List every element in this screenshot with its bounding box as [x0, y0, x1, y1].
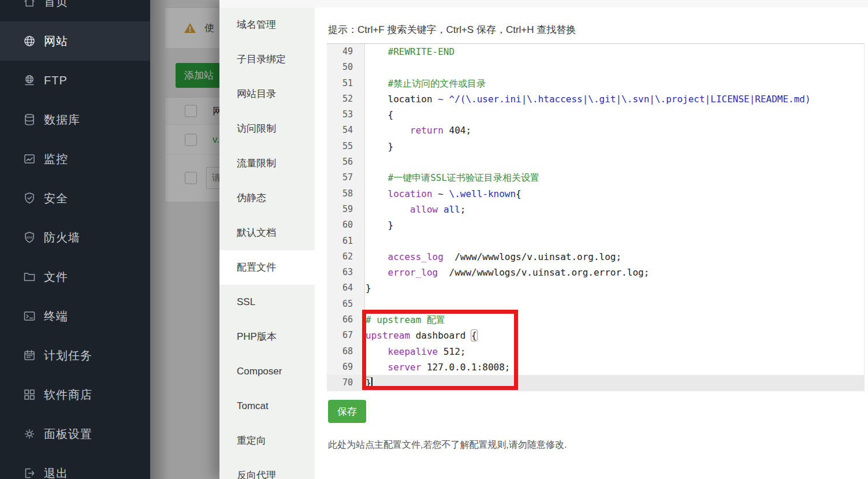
- logout-icon: [22, 466, 37, 479]
- code-line-text: return 404;: [365, 122, 864, 138]
- line-number: 60: [327, 217, 365, 233]
- sidebar-item-label: FTP: [44, 74, 68, 87]
- modal-menu-item-php-version[interactable]: PHP版本: [219, 320, 315, 354]
- code-line[interactable]: 54 return 404;: [327, 122, 864, 138]
- code-line-text: location ~ ^/(\.user.ini|\.htaccess|\.gi…: [365, 91, 864, 107]
- save-button[interactable]: 保存: [328, 400, 366, 423]
- folder-icon: [22, 269, 37, 284]
- code-line-text: {: [365, 107, 864, 122]
- grid-icon: [22, 387, 37, 402]
- sidebar-item-label: 面板设置: [44, 426, 92, 442]
- line-number: 56: [327, 154, 365, 170]
- sidebar-item-firewall[interactable]: WAF防火墙: [0, 218, 150, 257]
- modal-menu-item-subdir[interactable]: 子目录绑定: [219, 42, 315, 77]
- sidebar-item-settings[interactable]: 面板设置: [0, 414, 150, 454]
- modal-menu-item-tomcat[interactable]: Tomcat: [219, 389, 315, 424]
- code-line-text: #REWRITE-END: [365, 44, 864, 60]
- modal-menu-item-composer[interactable]: Composer: [219, 354, 315, 389]
- code-line-text: access_log /www/wwwlogs/v.uinsat.org.log…: [365, 249, 864, 265]
- sidebar-item-site[interactable]: 网站: [0, 21, 150, 61]
- line-number: 61: [327, 233, 365, 249]
- code-line-text: }: [365, 375, 864, 391]
- sidebar-item-terminal[interactable]: 终端: [0, 296, 150, 336]
- line-number: 67: [327, 328, 365, 343]
- code-line[interactable]: 56: [327, 154, 864, 170]
- code-line-text: error_log /www/wwwlogs/v.uinsat.org.erro…: [365, 265, 864, 280]
- modal-menu-item-domain[interactable]: 域名管理: [219, 8, 315, 42]
- line-number: 55: [327, 139, 365, 154]
- code-line[interactable]: 67upstream dashboard {: [327, 328, 864, 343]
- code-line-text: #一键申请SSL证书验证目录相关设置: [365, 170, 864, 185]
- dimmed-page-background: 使 添加站 网 v. 请: [150, 0, 219, 479]
- svg-text:WAF: WAF: [26, 236, 32, 239]
- code-line[interactable]: 60 }: [327, 217, 864, 233]
- code-line-text: keepalive 512;: [365, 344, 864, 359]
- code-line[interactable]: 53 {: [327, 107, 864, 122]
- sidebar-item-appstore[interactable]: 软件商店: [0, 375, 150, 414]
- modal-menu-item-redirect[interactable]: 重定向: [219, 424, 315, 458]
- sidebar-item-ftp[interactable]: FTP: [0, 61, 150, 100]
- line-number: 57: [327, 170, 365, 185]
- modal-backdrop-overlay[interactable]: [150, 0, 219, 479]
- code-line[interactable]: 65: [327, 296, 864, 312]
- code-line[interactable]: 70}: [327, 375, 864, 391]
- code-line[interactable]: 68 keepalive 512;: [327, 344, 864, 359]
- code-line-text: [365, 154, 864, 170]
- code-line[interactable]: 49 #REWRITE-END: [327, 44, 864, 60]
- code-line[interactable]: 61: [327, 233, 864, 249]
- editor-tip: 提示：Ctrl+F 搜索关键字，Ctrl+S 保存，Ctrl+H 查找替换: [328, 23, 576, 36]
- sidebar-item-monitor[interactable]: 监控: [0, 139, 150, 179]
- code-line[interactable]: 59 allow all;: [327, 202, 864, 217]
- main-sidebar: 首页网站FTP数据库监控安全WAF防火墙文件终端计划任务软件商店面板设置退出: [0, 0, 150, 479]
- sidebar-item-label: 网站: [44, 34, 68, 49]
- code-line[interactable]: 69 server 127.0.0.1:8008;: [327, 359, 864, 375]
- modal-menu-item-access-limit[interactable]: 访问限制: [219, 112, 315, 146]
- code-line-text: server 127.0.0.1:8008;: [365, 359, 864, 375]
- code-line-text: [365, 60, 864, 75]
- code-line[interactable]: 55 }: [327, 139, 864, 154]
- globe-icon: [22, 34, 37, 49]
- sidebar-item-label: 计划任务: [44, 348, 92, 363]
- shield-check-icon: [22, 191, 37, 206]
- code-line[interactable]: 58 location ~ \.well-known{: [327, 186, 864, 202]
- code-line[interactable]: 64}: [327, 280, 864, 296]
- sidebar-item-home[interactable]: 首页: [0, 0, 150, 21]
- code-line[interactable]: 63 error_log /www/wwwlogs/v.uinsat.org.e…: [327, 265, 864, 280]
- code-line[interactable]: 52 location ~ ^/(\.user.ini|\.htaccess|\…: [327, 91, 864, 107]
- gear-icon: [22, 426, 37, 441]
- monitor-chart-icon: [22, 151, 37, 166]
- code-line-text: }: [365, 139, 864, 154]
- code-line-text: allow all;: [365, 202, 864, 217]
- sidebar-item-label: 防火墙: [44, 230, 80, 246]
- code-line[interactable]: 51 #禁止访问的文件或目录: [327, 76, 864, 91]
- code-line[interactable]: 57 #一键申请SSL证书验证目录相关设置: [327, 170, 864, 185]
- code-line[interactable]: 66# upstream 配置: [327, 312, 864, 328]
- sidebar-item-database[interactable]: 数据库: [0, 100, 150, 139]
- config-file-panel: 提示：Ctrl+F 搜索关键字，Ctrl+S 保存，Ctrl+H 查找替换 49…: [315, 0, 868, 479]
- line-number: 54: [327, 122, 365, 138]
- modal-menu-item-reverse-proxy[interactable]: 反向代理: [219, 458, 315, 479]
- line-number: 64: [327, 280, 365, 296]
- modal-menu-item-config-file[interactable]: 配置文件: [219, 250, 315, 285]
- code-line-text: location ~ \.well-known{: [365, 186, 864, 202]
- code-line[interactable]: 62 access_log /www/wwwlogs/v.uinsat.org.…: [327, 249, 864, 265]
- terminal-icon: [22, 309, 37, 324]
- modal-menu: 域名管理子目录绑定网站目录访问限制流量限制伪静态默认文档配置文件SSLPHP版本…: [219, 8, 315, 479]
- config-code-editor[interactable]: 49 #REWRITE-END5051 #禁止访问的文件或目录52 locati…: [327, 43, 865, 391]
- sidebar-nav: 首页网站FTP数据库监控安全WAF防火墙文件终端计划任务软件商店面板设置退出: [0, 0, 150, 479]
- line-number: 68: [327, 344, 365, 359]
- modal-menu-item-site-dir[interactable]: 网站目录: [219, 77, 315, 112]
- sidebar-item-label: 软件商店: [44, 387, 92, 403]
- modal-menu-item-rewrite[interactable]: 伪静态: [219, 181, 315, 216]
- code-line-text: [365, 296, 864, 312]
- line-number: 50: [327, 60, 365, 75]
- modal-menu-item-ssl[interactable]: SSL: [219, 285, 315, 320]
- modal-menu-item-traffic-limit[interactable]: 流量限制: [219, 146, 315, 181]
- modal-menu-item-default-doc[interactable]: 默认文档: [219, 216, 315, 250]
- sidebar-item-security[interactable]: 安全: [0, 179, 150, 218]
- code-line[interactable]: 50: [327, 60, 864, 75]
- sidebar-item-cron[interactable]: 计划任务: [0, 336, 150, 375]
- line-number: 58: [327, 186, 365, 202]
- sidebar-item-logout[interactable]: 退出: [0, 454, 150, 479]
- sidebar-item-files[interactable]: 文件: [0, 257, 150, 296]
